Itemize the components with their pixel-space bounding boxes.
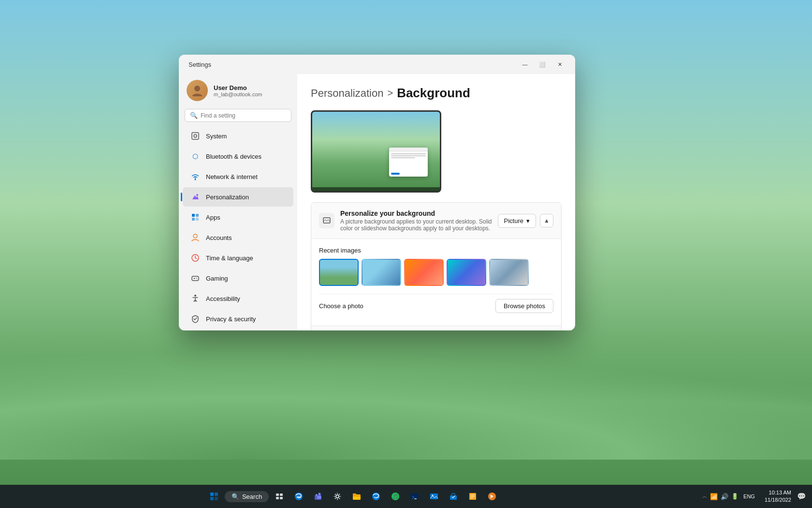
system-icon xyxy=(190,131,200,141)
svg-rect-28 xyxy=(317,496,321,499)
settings-search-box[interactable]: 🔍 xyxy=(185,109,291,122)
window-title: Settings xyxy=(188,61,211,68)
image-thumb-2[interactable] xyxy=(362,259,401,286)
dropdown-chevron-icon: ▾ xyxy=(526,217,530,224)
network-icon xyxy=(190,172,200,181)
preview-line-3 xyxy=(391,157,415,158)
svg-point-3 xyxy=(195,179,196,180)
svg-rect-5 xyxy=(192,214,195,217)
sidebar-item-gaming[interactable]: Gaming xyxy=(183,269,293,288)
sidebar-item-network[interactable]: Network & internet xyxy=(183,167,293,186)
svg-rect-17 xyxy=(210,493,214,496)
recent-images-grid xyxy=(319,259,553,286)
user-profile[interactable]: User Demo m_lab@outlook.com xyxy=(179,74,297,109)
notification-icon[interactable]: 💬 xyxy=(797,492,806,501)
start-button[interactable] xyxy=(205,488,223,505)
taskbar-explorer-icon[interactable] xyxy=(348,488,365,505)
settings-search-input[interactable] xyxy=(201,112,286,119)
svg-rect-23 xyxy=(276,497,279,499)
sidebar-item-label-gaming: Gaming xyxy=(206,275,228,282)
sidebar-item-update[interactable]: Windows Update xyxy=(183,329,293,330)
sidebar-item-bluetooth[interactable]: ⬡ Bluetooth & devices xyxy=(183,147,293,166)
taskbar-edge2-icon[interactable] xyxy=(367,488,385,505)
sidebar-item-privacy[interactable]: Privacy & security xyxy=(183,309,293,329)
image-thumb-4[interactable] xyxy=(447,259,486,286)
browse-photos-button[interactable]: Browse photos xyxy=(495,299,553,313)
network-tray-icon[interactable]: 📶 xyxy=(710,493,718,500)
choose-photo-label: Choose a photo xyxy=(319,302,363,310)
sidebar-item-label-apps: Apps xyxy=(206,214,220,221)
volume-tray-icon[interactable]: 🔊 xyxy=(721,493,728,500)
svg-text:🎵: 🎵 xyxy=(392,493,399,500)
sidebar-item-accessibility[interactable]: Accessibility xyxy=(183,289,293,308)
close-button[interactable]: ✕ xyxy=(552,58,567,71)
svg-rect-1 xyxy=(192,133,199,139)
svg-point-9 xyxy=(193,234,197,238)
breadcrumb-separator: > xyxy=(387,88,393,99)
svg-rect-18 xyxy=(215,493,218,496)
sidebar-item-label-accessibility: Accessibility xyxy=(206,295,240,302)
taskbar: 🔍 Search xyxy=(0,485,812,508)
image-thumb-3[interactable] xyxy=(404,259,444,286)
battery-icon: 🔋 xyxy=(731,493,739,500)
language-label[interactable]: ENG xyxy=(741,493,757,499)
sidebar-item-label-time: Time & language xyxy=(206,254,253,262)
taskbar-store-icon[interactable] xyxy=(445,488,462,505)
sidebar-item-time[interactable]: Time & language xyxy=(183,248,293,268)
sidebar: User Demo m_lab@outlook.com 🔍 System xyxy=(179,74,297,330)
svg-point-2 xyxy=(194,134,197,137)
breadcrumb-current: Background xyxy=(397,86,470,101)
taskbar-edge3-icon[interactable]: 🎵 xyxy=(387,488,404,505)
svg-rect-6 xyxy=(196,214,199,217)
accessibility-icon xyxy=(190,294,200,303)
system-tray: ︿ 📶 🔊 🔋 ENG xyxy=(700,493,759,500)
taskbar-terminal-icon[interactable] xyxy=(406,488,423,505)
preview-line-2 xyxy=(391,155,426,156)
taskbar-teams-icon[interactable] xyxy=(309,488,327,505)
background-type-dropdown[interactable]: Picture ▾ xyxy=(498,214,536,228)
sidebar-item-label-personalization: Personalization xyxy=(206,194,249,201)
fit-row: Choose a fit for your desktop image Fill… xyxy=(311,326,561,330)
image-thumb-1[interactable] xyxy=(319,259,359,286)
taskbar-notes-icon[interactable] xyxy=(464,488,481,505)
tray-chevron-icon[interactable]: ︿ xyxy=(702,493,707,500)
sidebar-item-label-bluetooth: Bluetooth & devices xyxy=(206,153,261,160)
section-expand-button[interactable]: ▲ xyxy=(540,214,553,227)
background-section-icon xyxy=(319,213,334,228)
sidebar-item-system[interactable]: System xyxy=(183,126,293,146)
sidebar-item-accounts[interactable]: Accounts xyxy=(183,228,293,247)
taskbar-edge-icon[interactable] xyxy=(290,488,307,505)
section-body: Recent images Choose a photo Browse phot… xyxy=(311,239,561,326)
dropdown-value: Picture xyxy=(504,217,523,224)
sidebar-item-apps[interactable]: Apps xyxy=(183,208,293,227)
minimize-button[interactable]: — xyxy=(517,58,533,71)
svg-point-0 xyxy=(194,86,200,91)
taskbar-search-icon: 🔍 xyxy=(232,493,239,500)
taskbar-time-display: 10:13 AM xyxy=(765,489,791,496)
svg-rect-37 xyxy=(430,493,438,499)
svg-point-4 xyxy=(196,194,198,196)
background-section: Personalize your background A picture ba… xyxy=(311,202,562,330)
maximize-button[interactable]: ⬜ xyxy=(535,58,550,71)
user-email: m_lab@outlook.com xyxy=(214,91,262,97)
taskbar-settings-icon[interactable] xyxy=(329,488,346,505)
svg-rect-19 xyxy=(210,497,214,500)
svg-point-13 xyxy=(197,278,198,279)
svg-point-30 xyxy=(336,495,339,498)
apps-icon xyxy=(190,212,200,222)
taskbar-search[interactable]: 🔍 Search xyxy=(225,491,269,502)
svg-rect-8 xyxy=(196,218,199,221)
image-thumb-5[interactable] xyxy=(489,259,529,286)
taskbar-datetime[interactable]: 10:13 AM 11/18/2022 xyxy=(761,489,795,504)
breadcrumb-parent[interactable]: Personalization xyxy=(311,87,383,100)
svg-rect-21 xyxy=(276,493,279,496)
sidebar-item-personalization[interactable]: Personalization xyxy=(183,187,293,207)
taskview-button[interactable] xyxy=(271,488,288,505)
section-text: Personalize your background A picture ba… xyxy=(340,209,492,232)
svg-rect-7 xyxy=(192,218,195,221)
taskbar-edge4-icon[interactable] xyxy=(483,488,501,505)
preview-desktop-bg xyxy=(312,112,440,191)
taskbar-photo-icon[interactable] xyxy=(425,488,443,505)
section-control: Picture ▾ ▲ xyxy=(498,214,553,228)
svg-rect-36 xyxy=(411,493,419,499)
